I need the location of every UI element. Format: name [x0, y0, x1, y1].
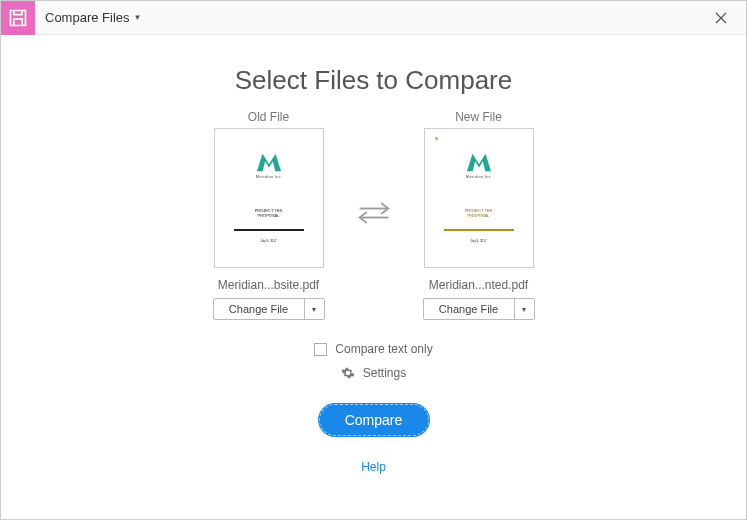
- new-change-file-dropdown[interactable]: ▼: [514, 299, 534, 319]
- logo-icon: [256, 151, 282, 173]
- page-title: Select Files to Compare: [1, 65, 746, 96]
- old-file-name: Meridian...bsite.pdf: [204, 278, 334, 292]
- logo-icon: [466, 151, 492, 173]
- options: Compare text only Settings Compare Help: [1, 342, 746, 474]
- change-marker-icon: [435, 137, 438, 140]
- new-file-thumbnail[interactable]: Meridian Inc PROJECT TEN PROPOSAL July 9…: [424, 128, 534, 268]
- compare-text-only-checkbox[interactable]: Compare text only: [314, 342, 432, 356]
- files-row: Old File Meridian Inc PROJECT TEN PROPOS…: [1, 110, 746, 320]
- old-file-thumbnail[interactable]: Meridian Inc PROJECT TEN PROPOSAL July 9…: [214, 128, 324, 268]
- new-file-label: New File: [414, 110, 544, 124]
- new-change-file-button[interactable]: Change File ▼: [423, 298, 535, 320]
- old-change-file-button[interactable]: Change File ▼: [213, 298, 325, 320]
- swap-icon[interactable]: [356, 198, 392, 232]
- old-change-file-dropdown[interactable]: ▼: [304, 299, 324, 319]
- help-link[interactable]: Help: [361, 460, 386, 474]
- compare-button[interactable]: Compare: [319, 404, 429, 436]
- settings-label: Settings: [363, 366, 406, 380]
- new-change-file-label: Change File: [424, 299, 514, 319]
- close-icon: [715, 12, 727, 24]
- new-file-name: Meridian...nted.pdf: [414, 278, 544, 292]
- close-button[interactable]: [706, 3, 736, 33]
- caret-down-icon: ▼: [134, 13, 142, 22]
- old-change-file-label: Change File: [214, 299, 304, 319]
- titlebar: Compare Files ▼: [1, 1, 746, 35]
- settings-link[interactable]: Settings: [341, 366, 406, 380]
- old-file-label: Old File: [204, 110, 334, 124]
- checkbox-icon: [314, 343, 327, 356]
- app-icon: [1, 1, 35, 35]
- compare-text-only-label: Compare text only: [335, 342, 432, 356]
- old-file-column: Old File Meridian Inc PROJECT TEN PROPOS…: [204, 110, 334, 320]
- titlebar-menu[interactable]: Compare Files ▼: [45, 10, 141, 25]
- main-content: Select Files to Compare Old File Meridia…: [1, 35, 746, 494]
- titlebar-menu-label: Compare Files: [45, 10, 130, 25]
- new-file-column: New File Meridian Inc PROJECT TEN PROPOS…: [414, 110, 544, 320]
- gear-icon: [341, 366, 355, 380]
